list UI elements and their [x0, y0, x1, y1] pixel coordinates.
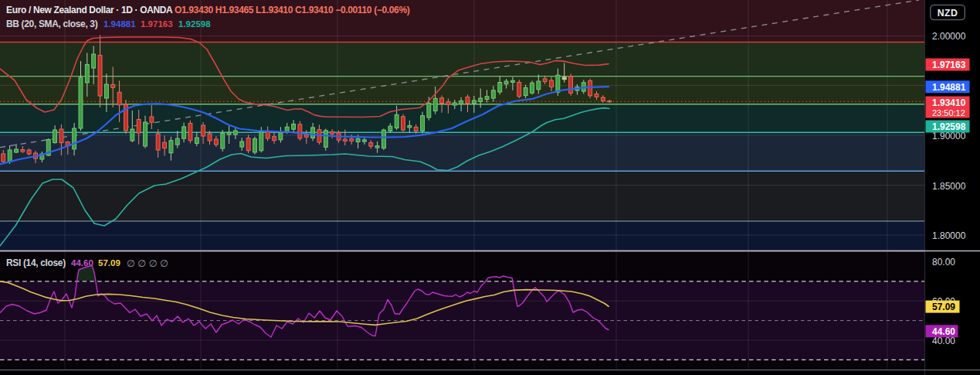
svg-text:2.00000: 2.00000	[932, 31, 966, 42]
svg-text:1.80000: 1.80000	[932, 230, 966, 241]
svg-text:RSI (14, close): RSI (14, close)	[6, 257, 66, 268]
svg-text:1.93410: 1.93410	[932, 97, 966, 108]
svg-text:∅ ∅ ∅ ∅: ∅ ∅ ∅ ∅	[127, 258, 168, 269]
svg-text:1.92598: 1.92598	[932, 121, 966, 132]
svg-text:57.09: 57.09	[98, 258, 120, 268]
svg-text:44.60: 44.60	[932, 326, 955, 337]
svg-text:NZD: NZD	[938, 8, 958, 19]
svg-text:1.94881: 1.94881	[932, 82, 966, 93]
svg-text:1.92598: 1.92598	[178, 19, 211, 29]
svg-text:1.85000: 1.85000	[932, 181, 966, 192]
svg-text:1.97163: 1.97163	[932, 60, 966, 70]
svg-text:23:50:12: 23:50:12	[932, 108, 965, 118]
svg-text:80.00: 80.00	[932, 257, 955, 268]
svg-text:1.97163: 1.97163	[141, 19, 173, 29]
svg-text:1.94881: 1.94881	[103, 19, 136, 29]
svg-text:BB (20, SMA, close, 3): BB (20, SMA, close, 3)	[6, 19, 98, 29]
svg-text:57.09: 57.09	[932, 302, 955, 312]
svg-text:Euro / New Zealand Dollar · 1D: Euro / New Zealand Dollar · 1D · OANDA O…	[6, 5, 410, 15]
